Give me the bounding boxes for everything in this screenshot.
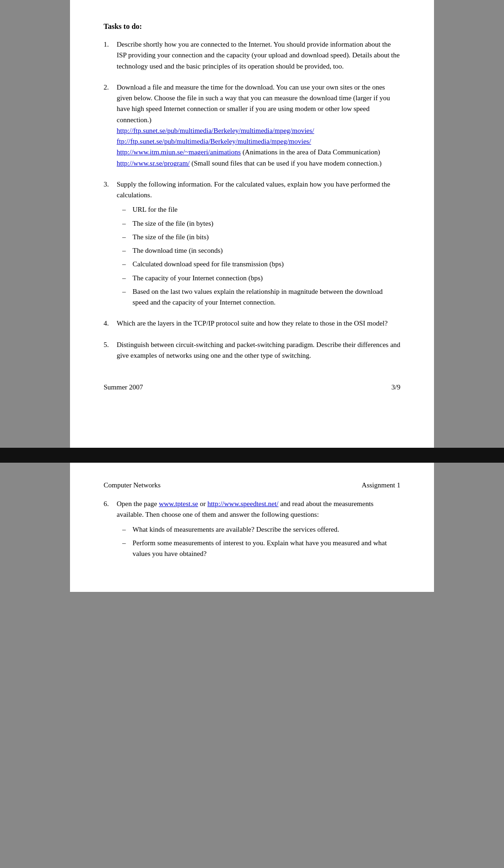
task-2-animations: (Animations in the area of Data Communic…: [243, 148, 380, 156]
task-item-6: Open the page www.tptest.se or http://ww…: [104, 499, 400, 559]
link-sunet-ftp[interactable]: ftp://ftp.sunet.se/pub/multimedia/Berkel…: [117, 138, 311, 145]
task-6-text-middle: or: [198, 500, 207, 507]
task-2-text: Download a file and measure the time for…: [117, 83, 390, 124]
subitem-capacity: The capacity of your Internet connection…: [122, 273, 400, 284]
header-left: Computer Networks: [104, 481, 161, 489]
footer-right: 3/9: [392, 383, 400, 391]
subitem-url: URL for the file: [122, 204, 400, 215]
link-sr[interactable]: http://www.sr.se/program/: [117, 160, 190, 167]
page-2-task-list: Open the page www.tptest.se or http://ww…: [104, 499, 400, 559]
task-item-2: Download a file and measure the time for…: [104, 82, 400, 169]
subitem-perform: Perform some measurements of interest to…: [122, 538, 400, 560]
task-4-text: Which are the layers in the TCP/IP proto…: [117, 319, 388, 327]
page-1-footer: Summer 2007 3/9: [104, 380, 400, 391]
task-item-3: Supply the following information. For th…: [104, 179, 400, 308]
task-6-text-before: Open the page: [117, 500, 159, 507]
subitem-download-speed: Calculated download speed for file trans…: [122, 259, 400, 270]
page-2-header: Computer Networks Assignment 1: [104, 481, 400, 489]
task-item-5: Distinguish between circuit-switching an…: [104, 340, 400, 361]
page-2: Computer Networks Assignment 1 Open the …: [70, 463, 434, 592]
task-3-text: Supply the following information. For th…: [117, 181, 390, 199]
task-3-subitems: URL for the file The size of the file (i…: [122, 204, 400, 308]
link-miun[interactable]: http://www.itm.miun.se/~mageri/animation…: [117, 148, 241, 156]
subitem-relationship: Based on the last two values explain the…: [122, 286, 400, 308]
link-speedtest[interactable]: http://www.speedtest.net/: [207, 500, 278, 507]
page-1: Tasks to do: Describe shortly how you ar…: [70, 0, 434, 448]
task-2-sr-text: (Small sound files that can be used if y…: [191, 160, 381, 167]
task-6-subitems: What kinds of measurements are available…: [122, 524, 400, 560]
footer-left: Summer 2007: [104, 383, 143, 391]
task-1-text: Describe shortly how you are connected t…: [117, 41, 399, 70]
subitem-download-time: The download time (in seconds): [122, 245, 400, 256]
link-sunet-http[interactable]: http://ftp.sunet.se/pub/multimedia/Berke…: [117, 127, 314, 134]
subitem-size-bits: The size of the file (in bits): [122, 232, 400, 243]
page-heading: Tasks to do:: [104, 22, 400, 31]
subitem-size-bytes: The size of the file (in bytes): [122, 218, 400, 229]
task-item-4: Which are the layers in the TCP/IP proto…: [104, 318, 400, 329]
task-5-text: Distinguish between circuit-switching an…: [117, 341, 400, 359]
header-right: Assignment 1: [362, 481, 400, 489]
task-item-1: Describe shortly how you are connected t…: [104, 39, 400, 72]
page-divider: [0, 448, 504, 463]
task-list: Describe shortly how you are connected t…: [104, 39, 400, 361]
link-tptest[interactable]: www.tptest.se: [159, 500, 198, 507]
subitem-measurements: What kinds of measurements are available…: [122, 524, 400, 535]
